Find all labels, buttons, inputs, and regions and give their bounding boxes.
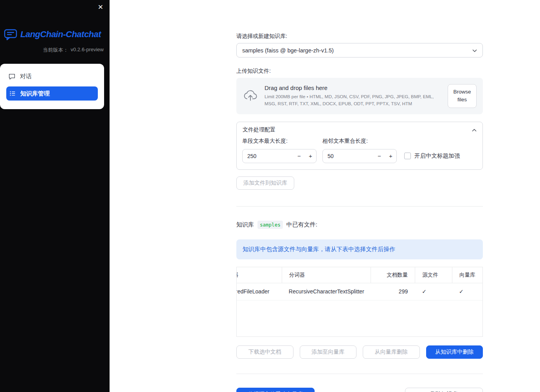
max-length-plus-button[interactable]: + xyxy=(305,153,316,159)
source-check-icon: ✓ xyxy=(415,283,452,300)
dropzone-texts: Drag and drop files here Limit 200MB per… xyxy=(265,85,441,107)
browse-files-button[interactable]: Browse files xyxy=(448,84,477,108)
sidebar-item-chat[interactable]: 对话 xyxy=(0,68,104,84)
file-config-expander: 文件处理配置 单段文本最大长度: − + xyxy=(236,122,483,170)
delete-from-vectorstore-button[interactable]: 从向量库删除 xyxy=(363,345,420,359)
max-length-field: 单段文本最大长度: − + xyxy=(242,138,317,163)
overlap-stepper: − + xyxy=(322,149,397,163)
dropzone-title: Drag and drop files here xyxy=(265,85,441,91)
delete-from-kb-button[interactable]: 从知识库中删除 xyxy=(426,345,483,359)
app-root: ✕ LangChain-Chatchat 当前版本： v0.2.6-previe… xyxy=(0,0,540,392)
file-dropzone[interactable]: Drag and drop files here Limit 200MB per… xyxy=(236,78,483,114)
files-heading-suffix: 中已有文件: xyxy=(286,221,317,228)
cell-doc-count: 299 xyxy=(371,283,415,300)
chevron-down-icon xyxy=(472,47,477,54)
kb-select-value: samples (faiss @ bge-large-zh-v1.5) xyxy=(242,47,334,54)
chevron-up-icon xyxy=(472,127,477,133)
kb-select-label: 请选择或新建知识库: xyxy=(236,33,483,40)
content-column: 请选择或新建知识库: samples (faiss @ bge-large-zh… xyxy=(236,0,483,392)
table-header-vector: 向量库 xyxy=(452,267,482,283)
expander-body: 单段文本最大长度: − + 相邻文本重合长度: − + xyxy=(237,137,482,163)
table-actions: 下载选中文档 添加至向量库 从向量库删除 从知识库中删除 xyxy=(236,345,483,359)
app-logo: LangChain-Chatchat xyxy=(4,28,107,40)
dropzone-limits: Limit 200MB per file • HTML, MD, JSON, C… xyxy=(265,94,441,107)
table-header-source: 源文件 xyxy=(415,267,452,283)
cloud-upload-icon xyxy=(243,89,258,103)
files-heading-prefix: 知识库 xyxy=(236,221,254,228)
sidebar-close-button[interactable]: ✕ xyxy=(96,2,105,12)
max-length-input[interactable] xyxy=(247,153,293,159)
upload-label: 上传知识文件: xyxy=(236,68,483,75)
footer-actions: 依据源文件重建向量库 删除知识库 xyxy=(236,388,483,392)
kb-select[interactable]: samples (faiss @ bge-large-zh-v1.5) xyxy=(236,43,483,58)
sidebar-item-kb-management[interactable]: 知识库管理 xyxy=(6,86,98,101)
sidebar: ✕ LangChain-Chatchat 当前版本： v0.2.6-previe… xyxy=(0,0,110,392)
overlap-minus-button[interactable]: − xyxy=(374,153,385,159)
close-icon: ✕ xyxy=(98,4,103,11)
chat-logo-icon xyxy=(4,28,17,40)
sidebar-item-kb-label: 知识库管理 xyxy=(20,90,50,97)
files-table: 器 分词器 文档数量 源文件 向量库 redFileLoader Recursi… xyxy=(236,267,483,337)
cell-loader: redFileLoader xyxy=(237,283,282,300)
divider xyxy=(236,374,483,374)
max-length-label: 单段文本最大长度: xyxy=(242,138,317,145)
table-row[interactable]: redFileLoader RecursiveCharacterTextSpli… xyxy=(237,283,482,300)
list-icon xyxy=(9,90,16,97)
table-header-row: 器 分词器 文档数量 源文件 向量库 xyxy=(237,267,482,283)
main-content: 请选择或新建知识库: samples (faiss @ bge-large-zh… xyxy=(110,0,540,392)
kb-name-code: samples xyxy=(257,221,283,229)
zh-title-enhance-checkbox[interactable] xyxy=(404,153,411,159)
logo-text: LangChain-Chatchat xyxy=(20,29,101,40)
expander-header[interactable]: 文件处理配置 xyxy=(237,122,482,137)
vector-check-icon: ✓ xyxy=(452,283,482,300)
info-banner: 知识库中包含源文件与向量库，请从下表中选择文件后操作 xyxy=(236,239,483,259)
version-value: v0.2.6-preview xyxy=(70,47,104,54)
max-length-minus-button[interactable]: − xyxy=(293,153,305,159)
add-to-vectorstore-button[interactable]: 添加至向量库 xyxy=(300,345,357,359)
table-body: redFileLoader RecursiveCharacterTextSpli… xyxy=(237,283,482,336)
existing-files-heading: 知识库 samples 中已有文件: xyxy=(236,221,483,229)
add-files-to-kb-button[interactable]: 添加文件到知识库 xyxy=(236,176,294,190)
overlap-plus-button[interactable]: + xyxy=(385,153,396,159)
expander-title: 文件处理配置 xyxy=(243,126,275,133)
table-header-splitter: 分词器 xyxy=(282,267,371,283)
version-text: 当前版本： v0.2.6-preview xyxy=(0,47,104,54)
rebuild-vectorstore-button[interactable]: 依据源文件重建向量库 xyxy=(236,388,315,392)
zh-title-enhance-label: 开启中文标题加强 xyxy=(414,152,460,160)
zh-title-enhance: 开启中文标题加强 xyxy=(404,152,460,160)
overlap-field: 相邻文本重合长度: − + xyxy=(322,138,397,163)
sidebar-menu: 对话 知识库管理 xyxy=(0,64,104,109)
download-selected-button[interactable]: 下载选中文档 xyxy=(236,345,293,359)
table-header-loader: 器 xyxy=(237,267,282,283)
overlap-label: 相邻文本重合长度: xyxy=(322,138,397,145)
sidebar-item-chat-label: 对话 xyxy=(20,73,32,80)
overlap-input[interactable] xyxy=(328,153,374,159)
table-header-doc-count: 文档数量 xyxy=(371,267,415,283)
cell-splitter: RecursiveCharacterTextSplitter xyxy=(282,283,371,300)
divider xyxy=(236,206,483,207)
chat-bubble-icon xyxy=(9,73,15,80)
max-length-stepper: − + xyxy=(242,149,317,163)
delete-kb-button[interactable]: 删除知识库 xyxy=(405,388,483,392)
version-label: 当前版本： xyxy=(43,47,68,54)
